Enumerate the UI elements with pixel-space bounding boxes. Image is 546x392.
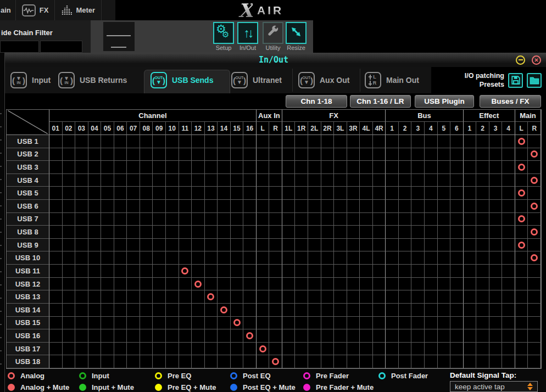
matrix-cell[interactable] xyxy=(269,290,282,304)
matrix-cell[interactable] xyxy=(308,329,321,343)
matrix-cell[interactable] xyxy=(411,329,425,343)
matrix-cell[interactable] xyxy=(450,355,464,368)
matrix-cell[interactable] xyxy=(282,148,296,161)
matrix-cell[interactable] xyxy=(257,226,270,239)
matrix-cell[interactable] xyxy=(243,290,257,304)
matrix-cell[interactable] xyxy=(489,251,503,265)
matrix-cell[interactable] xyxy=(528,148,541,161)
matrix-cell[interactable] xyxy=(127,290,140,304)
matrix-cell[interactable] xyxy=(321,200,335,213)
matrix-cell[interactable] xyxy=(515,187,528,200)
top-tab-ain[interactable]: ain xyxy=(0,0,16,20)
matrix-cell[interactable] xyxy=(386,226,399,239)
matrix-cell[interactable] xyxy=(282,265,296,278)
matrix-cell[interactable] xyxy=(101,343,114,356)
matrix-cell[interactable] xyxy=(321,213,335,226)
matrix-cell[interactable] xyxy=(140,148,153,161)
matrix-cell[interactable] xyxy=(347,278,360,291)
matrix-cell[interactable] xyxy=(114,355,127,368)
matrix-cell[interactable] xyxy=(399,174,412,187)
matrix-cell[interactable] xyxy=(308,187,321,200)
matrix-cell[interactable] xyxy=(75,329,88,343)
matrix-cell[interactable] xyxy=(243,213,257,226)
matrix-cell[interactable] xyxy=(515,343,528,356)
matrix-cell[interactable] xyxy=(450,265,464,278)
matrix-cell[interactable] xyxy=(528,239,541,252)
matrix-cell[interactable] xyxy=(114,148,127,161)
matrix-cell[interactable] xyxy=(386,239,399,252)
matrix-cell[interactable] xyxy=(425,329,438,343)
matrix-cell[interactable] xyxy=(450,161,464,174)
side-chain-filter-display-left[interactable] xyxy=(0,41,39,53)
matrix-cell[interactable] xyxy=(502,174,515,187)
matrix-cell[interactable] xyxy=(360,290,373,304)
matrix-cell[interactable] xyxy=(127,265,140,278)
matrix-cell[interactable] xyxy=(489,290,503,304)
matrix-cell[interactable] xyxy=(334,213,347,226)
tab-usb-sends[interactable]: (OUT▼)USB Sends xyxy=(151,67,213,93)
matrix-cell[interactable] xyxy=(360,200,373,213)
utility-button[interactable] xyxy=(263,22,283,44)
matrix-cell[interactable] xyxy=(450,290,464,304)
matrix-cell[interactable] xyxy=(75,265,88,278)
matrix-cell[interactable] xyxy=(49,213,63,226)
matrix-cell[interactable] xyxy=(502,251,515,265)
matrix-cell[interactable] xyxy=(386,343,399,356)
matrix-cell[interactable] xyxy=(88,343,102,356)
matrix-cell[interactable] xyxy=(75,213,88,226)
matrix-cell[interactable] xyxy=(450,135,464,148)
matrix-cell[interactable] xyxy=(192,200,205,213)
matrix-cell[interactable] xyxy=(502,329,515,343)
matrix-cell[interactable] xyxy=(75,239,88,252)
matrix-cell[interactable] xyxy=(438,239,451,252)
matrix-cell[interactable] xyxy=(243,174,257,187)
matrix-cell[interactable] xyxy=(373,251,386,265)
matrix-cell[interactable] xyxy=(166,174,179,187)
matrix-cell[interactable] xyxy=(75,251,88,265)
matrix-cell[interactable] xyxy=(101,187,114,200)
matrix-cell[interactable] xyxy=(269,226,282,239)
matrix-cell[interactable] xyxy=(489,200,503,213)
matrix-cell[interactable] xyxy=(321,355,335,368)
top-tab-fx[interactable]: FX xyxy=(16,0,55,20)
matrix-cell[interactable] xyxy=(464,304,477,317)
matrix-cell[interactable] xyxy=(450,200,464,213)
matrix-cell[interactable] xyxy=(257,343,270,356)
matrix-cell[interactable] xyxy=(75,161,88,174)
matrix-cell[interactable] xyxy=(269,187,282,200)
matrix-cell[interactable] xyxy=(464,135,477,148)
matrix-cell[interactable] xyxy=(140,213,153,226)
save-preset-button[interactable] xyxy=(508,73,523,88)
matrix-cell[interactable] xyxy=(464,200,477,213)
matrix-cell[interactable] xyxy=(476,317,489,330)
matrix-cell[interactable] xyxy=(411,174,425,187)
matrix-cell[interactable] xyxy=(243,187,257,200)
matrix-cell[interactable] xyxy=(528,187,541,200)
matrix-cell[interactable] xyxy=(476,226,489,239)
matrix-cell[interactable] xyxy=(411,265,425,278)
matrix-cell[interactable] xyxy=(502,135,515,148)
matrix-cell[interactable] xyxy=(269,317,282,330)
matrix-cell[interactable] xyxy=(425,187,438,200)
matrix-cell[interactable] xyxy=(476,174,489,187)
matrix-cell[interactable] xyxy=(399,135,412,148)
matrix-cell[interactable] xyxy=(515,329,528,343)
matrix-cell[interactable] xyxy=(101,265,114,278)
matrix-cell[interactable] xyxy=(334,174,347,187)
matrix-cell[interactable] xyxy=(269,329,282,343)
matrix-cell[interactable] xyxy=(153,135,166,148)
matrix-cell[interactable] xyxy=(528,304,541,317)
matrix-cell[interactable] xyxy=(308,290,321,304)
matrix-cell[interactable] xyxy=(425,161,438,174)
matrix-cell[interactable] xyxy=(399,329,412,343)
matrix-cell[interactable] xyxy=(489,278,503,291)
matrix-cell[interactable] xyxy=(411,187,425,200)
matrix-cell[interactable] xyxy=(257,135,270,148)
matrix-cell[interactable] xyxy=(334,239,347,252)
matrix-cell[interactable] xyxy=(425,226,438,239)
matrix-cell[interactable] xyxy=(166,187,179,200)
matrix-cell[interactable] xyxy=(360,239,373,252)
matrix-cell[interactable] xyxy=(153,174,166,187)
matrix-cell[interactable] xyxy=(411,200,425,213)
matrix-cell[interactable] xyxy=(489,329,503,343)
